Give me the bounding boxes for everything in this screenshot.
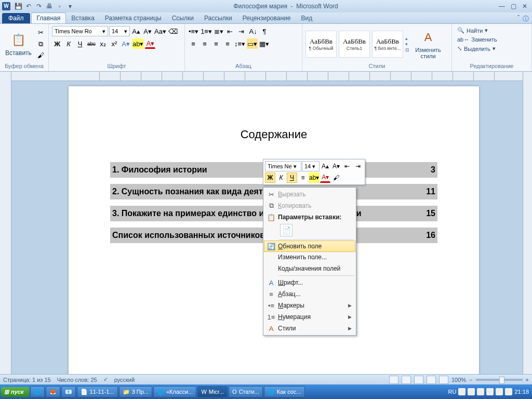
tab-view[interactable]: Вид (296, 13, 317, 23)
help-icon[interactable]: ⓘ (523, 15, 529, 23)
tray-icon[interactable] (486, 388, 494, 395)
change-case-icon[interactable]: Aa▾ (154, 26, 167, 36)
ctx-copy[interactable]: ⧉Копировать (264, 200, 355, 211)
tab-references[interactable]: Ссылки (167, 13, 199, 23)
tab-layout[interactable]: Разметка страницы (100, 13, 167, 23)
tab-review[interactable]: Рецензирование (237, 13, 296, 23)
select-button[interactable]: ⤡Выделить ▾ (455, 44, 498, 53)
mini-font-family[interactable]: Times Ne▾ (265, 161, 301, 171)
underline-button[interactable]: Ч (75, 38, 85, 49)
shading-icon[interactable]: ▭▾ (247, 38, 258, 49)
file-tab[interactable]: Файл (2, 13, 30, 23)
tab-mailings[interactable]: Рассылки (199, 13, 237, 23)
tab-home[interactable]: Главная (31, 12, 66, 23)
tray-icon[interactable] (458, 388, 466, 395)
tray-icon[interactable] (496, 388, 503, 395)
language-indicator[interactable]: RU (448, 389, 457, 395)
taskbar-item[interactable]: 🌐 «Класси... (153, 386, 196, 397)
align-left-icon[interactable]: ≡ (188, 38, 198, 49)
qat-more-icon[interactable]: ▾ (65, 2, 75, 11)
status-language[interactable]: русский (114, 377, 135, 383)
style-normal[interactable]: АаБбВв¶ Обычный (305, 31, 337, 58)
ctx-field-codes[interactable]: Коды/значения полей (264, 263, 355, 274)
mini-font-size[interactable]: 14▾ (302, 161, 320, 171)
save-icon[interactable]: 💾 (14, 2, 23, 11)
font-size-combo[interactable]: 14▾ (109, 26, 130, 36)
view-draft[interactable] (439, 376, 448, 384)
clear-format-icon[interactable]: ⌫ (168, 26, 178, 36)
minimize-ribbon-icon[interactable]: ˇ (517, 15, 520, 23)
bold-button[interactable]: Ж (52, 38, 62, 49)
ctx-styles[interactable]: AСтили▶ (264, 323, 355, 334)
vertical-scrollbar[interactable] (523, 72, 532, 374)
grow-font-icon[interactable]: A▴ (131, 26, 141, 36)
taskbar-item[interactable]: 📄 11-11-1... (77, 386, 118, 397)
quick-launch[interactable]: 🌐 (30, 386, 45, 397)
cut-icon[interactable]: ✂ (36, 28, 46, 38)
undo-icon[interactable]: ↶ (24, 2, 33, 11)
mini-bold[interactable]: Ж (265, 172, 275, 183)
mini-italic[interactable]: К (276, 172, 286, 183)
mini-fontcolor-icon[interactable]: A▾ (320, 172, 330, 183)
subscript-icon[interactable]: x₂ (98, 38, 108, 49)
view-full-screen[interactable] (402, 376, 411, 384)
line-spacing-icon[interactable]: ↕≡▾ (234, 38, 246, 49)
status-proofing-icon[interactable]: ✓ (103, 376, 108, 383)
find-button[interactable]: 🔍Найти ▾ (455, 26, 490, 35)
mini-underline[interactable]: Ч (287, 172, 297, 183)
mini-dec-indent-icon[interactable]: ⇤ (342, 161, 352, 171)
show-marks-icon[interactable]: ¶ (259, 26, 270, 36)
change-styles-button[interactable]: A Изменить стили (411, 28, 445, 60)
numbering-icon[interactable]: 1≡▾ (200, 26, 212, 36)
styles-row-up-icon[interactable]: ▴ (405, 36, 409, 41)
close-button[interactable]: ✕ (520, 2, 530, 10)
horizontal-ruler[interactable] (11, 72, 532, 81)
tray-icon[interactable] (477, 388, 484, 395)
mini-center-icon[interactable]: ≡ (298, 172, 308, 183)
styles-row-down-icon[interactable]: ▾ (405, 42, 409, 47)
new-doc-icon[interactable]: ▫ (55, 2, 64, 11)
start-button[interactable]: ⊞пуск (1, 387, 29, 397)
align-center-icon[interactable]: ≡ (200, 38, 210, 49)
zoom-in-icon[interactable]: + (526, 377, 529, 383)
paste-button[interactable]: 📋 Вставить (3, 31, 34, 58)
mini-grow-icon[interactable]: A▴ (320, 161, 330, 171)
font-family-combo[interactable]: Times New Ro▾ (52, 26, 108, 36)
status-words[interactable]: Число слов: 25 (57, 377, 97, 383)
view-outline[interactable] (427, 376, 436, 384)
paste-option-keep-text[interactable]: 📄 (280, 224, 292, 236)
mini-shrink-icon[interactable]: A▾ (331, 161, 341, 171)
clock[interactable]: 21:18 (514, 389, 529, 395)
view-web[interactable] (414, 376, 423, 384)
quick-launch[interactable]: 📧 (61, 386, 76, 397)
quick-launch[interactable]: 🦊 (46, 386, 60, 397)
tray-icon[interactable] (505, 388, 512, 395)
zoom-slider[interactable] (476, 379, 523, 381)
taskbar-item[interactable]: 🌐 Как сос... (264, 386, 305, 397)
tab-insert[interactable]: Вставка (66, 13, 100, 23)
styles-expand-icon[interactable]: ⊟ (405, 47, 409, 52)
view-print-layout[interactable] (389, 376, 398, 384)
shrink-font-icon[interactable]: A▾ (142, 26, 153, 36)
mini-format-painter-icon[interactable]: 🖌 (331, 172, 341, 183)
justify-icon[interactable]: ≡ (222, 38, 233, 49)
style-nointerval[interactable]: АаБбВв¶ Без инте... (372, 31, 403, 58)
bullets-icon[interactable]: •≡▾ (188, 26, 199, 36)
redo-icon[interactable]: ↷ (34, 2, 44, 11)
font-color-icon[interactable]: A▾ (145, 38, 155, 49)
mini-inc-indent-icon[interactable]: ⇥ (353, 161, 363, 171)
minimize-button[interactable]: — (497, 2, 507, 10)
replace-button[interactable]: ab↔Заменить (455, 35, 499, 44)
superscript-icon[interactable]: x² (109, 38, 119, 49)
taskbar-item[interactable]: 📁 3 Пр... (119, 386, 152, 397)
maximize-button[interactable]: ▢ (508, 2, 518, 10)
strike-button[interactable]: abc (86, 38, 97, 49)
ctx-cut[interactable]: ✂Вырезать (264, 189, 355, 200)
italic-button[interactable]: К (63, 38, 74, 49)
ctx-paragraph[interactable]: ≡Абзац... (264, 288, 355, 300)
text-effects-icon[interactable]: A▾ (121, 38, 131, 49)
vertical-ruler[interactable] (0, 72, 11, 374)
zoom-level[interactable]: 100% (451, 377, 466, 383)
multilevel-icon[interactable]: ≣▾ (214, 26, 224, 36)
mini-highlight-icon[interactable]: ab▾ (309, 172, 320, 183)
